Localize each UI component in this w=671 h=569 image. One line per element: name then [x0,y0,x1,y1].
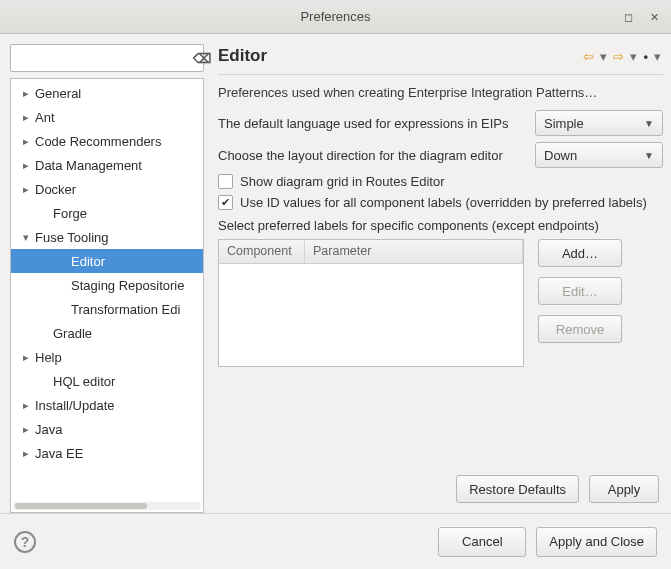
tree-item[interactable]: ▸General [11,81,203,105]
sidebar: ⌫ ▸General▸Ant▸Code Recommenders▸Data Ma… [10,44,204,513]
expander-placeholder: ▸ [35,375,53,388]
preference-tree: ▸General▸Ant▸Code Recommenders▸Data Mana… [10,78,204,513]
language-value: Simple [544,116,584,131]
close-icon[interactable]: ✕ [643,6,665,28]
scrollbar-thumb[interactable] [15,503,147,509]
tree-item[interactable]: ▾Fuse Tooling [11,225,203,249]
tree-item-label: Ant [35,110,55,125]
chevron-down-icon: ▼ [644,118,654,129]
column-parameter[interactable]: Parameter [305,240,523,263]
chevron-right-icon[interactable]: ▸ [17,183,35,196]
tree-item[interactable]: ▸Java [11,417,203,441]
horizontal-scrollbar[interactable] [13,502,201,510]
tree-item-label: Editor [71,254,105,269]
tree-item-label: Help [35,350,62,365]
tree-item-label: Transformation Edi [71,302,180,317]
main-panel: Editor ⇦ ▾ ⇨ ▾ • ▾ Preferences used when… [204,44,663,513]
back-menu-icon[interactable]: ▾ [598,49,609,64]
layout-combo[interactable]: Down ▼ [535,142,663,168]
tree-item-label: Code Recommenders [35,134,161,149]
tree-item-label: Forge [53,206,87,221]
show-grid-checkbox[interactable] [218,174,233,189]
language-label: The default language used for expression… [218,116,509,131]
tree-item-label: General [35,86,81,101]
restore-defaults-button[interactable]: Restore Defaults [456,475,579,503]
view-menu-icon[interactable]: ▾ [652,49,663,64]
expander-placeholder: ▸ [53,255,71,268]
window-title: Preferences [300,9,370,24]
chevron-right-icon[interactable]: ▸ [17,423,35,436]
chevron-right-icon[interactable]: ▸ [17,135,35,148]
page-title: Editor [218,46,267,66]
expander-placeholder: ▸ [53,279,71,292]
layout-label: Choose the layout direction for the diag… [218,148,503,163]
tree-item[interactable]: ▸Code Recommenders [11,129,203,153]
tree-item[interactable]: ▸Data Management [11,153,203,177]
tree-item-label: Data Management [35,158,142,173]
tree-item-label: Java [35,422,62,437]
filter-input[interactable] [21,50,193,67]
chevron-right-icon[interactable]: ▸ [17,87,35,100]
chevron-right-icon[interactable]: ▸ [17,399,35,412]
tree-item[interactable]: ▸Gradle [11,321,203,345]
chevron-right-icon[interactable]: ▸ [17,447,35,460]
chevron-right-icon[interactable]: ▸ [17,351,35,364]
forward-icon[interactable]: ⇨ [611,49,626,64]
chevron-down-icon: ▼ [644,150,654,161]
tree-item[interactable]: ▸Forge [11,201,203,225]
expander-placeholder: ▸ [35,327,53,340]
tree-item[interactable]: ▸Java EE [11,441,203,465]
footer-bar: ? Cancel Apply and Close [0,513,671,569]
chevron-right-icon[interactable]: ▸ [17,159,35,172]
chevron-down-icon[interactable]: ▾ [17,231,35,244]
table-caption: Select preferred labels for specific com… [218,218,663,233]
title-bar: Preferences ◻ ✕ [0,0,671,34]
back-icon[interactable]: ⇦ [581,49,596,64]
remove-button[interactable]: Remove [538,315,622,343]
edit-button[interactable]: Edit… [538,277,622,305]
language-combo[interactable]: Simple ▼ [535,110,663,136]
tree-item[interactable]: ▸Docker [11,177,203,201]
history-nav: ⇦ ▾ ⇨ ▾ • ▾ [581,49,663,64]
tree-item[interactable]: ▸Transformation Edi [11,297,203,321]
labels-table[interactable]: Component Parameter [218,239,524,367]
show-grid-label: Show diagram grid in Routes Editor [240,174,445,189]
use-id-checkbox[interactable] [218,195,233,210]
tree-item-label: HQL editor [53,374,115,389]
add-button[interactable]: Add… [538,239,622,267]
apply-button[interactable]: Apply [589,475,659,503]
tree-item-label: Staging Repositorie [71,278,184,293]
tree-item[interactable]: ▸Ant [11,105,203,129]
tree-item-label: Fuse Tooling [35,230,108,245]
maximize-icon[interactable]: ◻ [617,6,639,28]
column-component[interactable]: Component [219,240,305,263]
page-description: Preferences used when creating Enterpris… [218,85,663,100]
layout-value: Down [544,148,577,163]
expander-placeholder: ▸ [35,207,53,220]
tree-item[interactable]: ▸Editor [11,249,203,273]
tree-item-label: Install/Update [35,398,115,413]
tree-item[interactable]: ▸Help [11,345,203,369]
expander-placeholder: ▸ [53,303,71,316]
tree-item[interactable]: ▸HQL editor [11,369,203,393]
cancel-button[interactable]: Cancel [438,527,526,557]
apply-and-close-button[interactable]: Apply and Close [536,527,657,557]
help-icon[interactable]: ? [14,531,36,553]
tree-item-label: Java EE [35,446,83,461]
tree-item[interactable]: ▸Install/Update [11,393,203,417]
tree-item-label: Gradle [53,326,92,341]
tree-item[interactable]: ▸Staging Repositorie [11,273,203,297]
forward-menu-icon[interactable]: ▾ [628,49,639,64]
use-id-label: Use ID values for all component labels (… [240,195,647,210]
tree-item-label: Docker [35,182,76,197]
chevron-right-icon[interactable]: ▸ [17,111,35,124]
filter-box[interactable]: ⌫ [10,44,204,72]
